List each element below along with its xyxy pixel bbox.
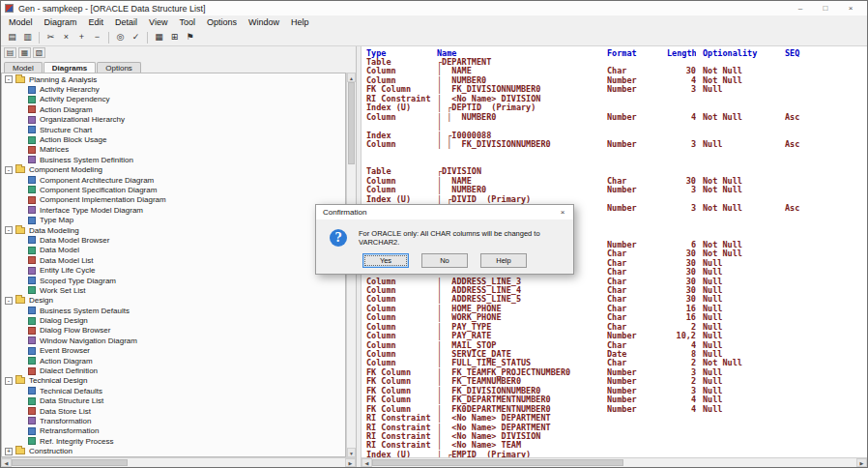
tab-model[interactable]: Model [4,62,43,73]
tree-item-dialect-definition[interactable]: Dialect Definition [2,366,345,375]
expander-icon[interactable]: - [5,75,13,83]
scroll-up-icon[interactable]: ▲ [347,73,356,82]
window-icon[interactable]: ⊞ [167,30,182,44]
dsl-row[interactable]: Index│ ┌I0000088 [362,132,867,140]
scroll-thumb[interactable] [12,459,128,466]
scroll-track[interactable] [372,459,856,466]
dialog-title-bar[interactable]: Confirmation × [316,205,573,219]
dsl-row[interactable]: Table┌DIVISION [362,167,867,176]
yes-button[interactable]: Yes [362,253,409,268]
menu-tool[interactable]: Tool [173,17,201,27]
dsl-row[interactable]: FK Column│ FK0DEPARTMENTNUMBER0Number4Nu… [362,405,867,414]
diagram-grid-icon[interactable]: ▦ [18,47,31,58]
dsl-row[interactable]: │ [362,122,867,131]
tree-item-data-model-list[interactable]: Data Model List [2,255,345,265]
tree-item-component-implementation-diagram[interactable]: Component Implementation Diagram [2,195,345,205]
menu-edit[interactable]: Edit [83,17,110,27]
dsl-row[interactable]: RI Constraint│ <No Name> DIVISION [362,432,867,441]
list-horizontal-scrollbar[interactable]: ◀ ▶ [362,457,867,467]
menu-view[interactable]: View [143,17,173,27]
tab-diagrams[interactable]: Diagrams [43,62,96,73]
check-icon[interactable]: ✓ [129,30,143,44]
expander-icon[interactable]: - [5,377,13,385]
save-icon[interactable]: ▤ [5,30,19,44]
tree-item-activity-dependency[interactable]: Activity Dependency [2,95,345,104]
tree-item-data-structure-list[interactable]: Data Structure List [2,396,345,406]
menu-help[interactable]: Help [285,17,315,27]
expander-icon[interactable]: + [5,448,13,455]
tree-item-data-model[interactable]: Data Model [2,246,345,255]
dialog-close-icon[interactable]: × [552,205,573,219]
tree-horizontal-scrollbar[interactable]: ◀ ▶ [1,457,356,467]
tab-options[interactable]: Options [97,62,141,73]
tree-category-technical-design[interactable]: -Technical Design [2,376,345,386]
maximize-icon[interactable]: □ [813,2,838,15]
tree-item-action-diagram[interactable]: Action Diagram [2,356,345,366]
dsl-row[interactable]: FK Column│ FK_DIVISIONNUMBER0Number3Null [362,85,867,94]
tree-category-design[interactable]: -Design [2,296,345,306]
scroll-right-icon[interactable]: ▶ [345,458,356,467]
tree-item-type-map[interactable]: Type Map [2,215,345,224]
detail-view-icon[interactable]: ▧ [33,47,45,58]
dsl-row[interactable]: Column│ PAY_TYPEChar2Null [362,323,867,332]
help-button[interactable]: Help [480,253,527,268]
expander-icon[interactable]: - [5,166,13,174]
dsl-row[interactable]: Column│ NUMBER0Number3Not Null [362,186,867,194]
expander-icon[interactable]: - [5,226,13,234]
tree-item-entity-life-cycle[interactable]: Entity Life Cycle [2,265,345,275]
dsl-row[interactable]: Column│ FULL_TIME_STATUSChar2Not Null [362,359,867,367]
dsl-row[interactable]: Index (U)│ ┌DEPTID (Primary) [362,103,867,112]
menu-window[interactable]: Window [243,17,285,27]
tree-category-component-modeling[interactable]: -Component Modeling [2,165,345,175]
scroll-down-icon[interactable]: ▼ [347,448,356,457]
dsl-row[interactable]: RI Constraint│ <No Name> DEPARTMENT [362,414,867,423]
tree-item-scoped-type-diagram[interactable]: Scoped Type Diagram [2,276,345,285]
tree-item-technical-defaults[interactable]: Technical Defaults [2,386,345,395]
dsl-row[interactable] [362,159,867,167]
dsl-row[interactable]: FK Column│ FK_DEPARTMENTNUMBER0Number4Nu… [362,395,867,404]
tree-item-event-browser[interactable]: Event Browser [2,346,345,356]
dsl-row[interactable]: Column│ ADDRESS_LINE_4Char30Null [362,286,867,295]
title-bar[interactable]: Gen - sampkeep - [ORACLE Data Structure … [1,1,867,15]
dsl-row[interactable] [362,149,867,158]
tree-item-organizational-hierarchy[interactable]: Organizational Hierarchy [2,115,345,125]
menu-detail[interactable]: Detail [109,17,143,27]
dsl-row[interactable]: RI Constraint│ <No Name> DEPARTMENT [362,424,867,432]
tree-item-data-model-browser[interactable]: Data Model Browser [2,235,345,245]
remove-icon[interactable]: − [90,30,104,44]
tree-item-business-system-definition[interactable]: Business System Definition [2,155,345,164]
dsl-row[interactable]: Column│ NUMBER0Number4Not Null [362,76,867,85]
dsl-row[interactable]: Column│ │ NUMBER0Number4Not NullAsc [362,113,867,122]
scroll-right-icon[interactable]: ▶ [856,458,867,467]
dsl-row[interactable]: Column│ SERVICE_DATEDate8Null [362,350,867,359]
tree-item-work-set-list[interactable]: Work Set List [2,285,345,295]
tree-item-window-navigation-diagram[interactable]: Window Navigation Diagram [2,336,345,345]
tree-item-activity-hierarchy[interactable]: Activity Hierarchy [2,84,345,94]
dsl-row[interactable]: FK Column│ FK_DIVISIONNUMBER0Number3Null [362,387,867,395]
close-icon[interactable]: × [838,2,863,15]
scroll-track[interactable] [12,459,345,466]
cut-icon[interactable]: ✂ [43,30,58,44]
dsl-row[interactable]: Column│ WORK_PHONEChar16Null [362,313,867,322]
minimize-icon[interactable]: – [788,2,813,15]
dsl-row[interactable]: Table┌DEPARTMENT [362,58,867,67]
flag-icon[interactable]: ⚑ [183,30,197,44]
zoom-icon[interactable]: ◎ [113,30,128,44]
dsl-row[interactable]: Column│ HOME_PHONEChar16Null [362,305,867,313]
print-icon[interactable]: ▥ [20,30,35,44]
dsl-row[interactable]: FK Column│ FK_TEAMFK_PROJECTNUMBER0Numbe… [362,368,867,377]
expander-icon[interactable]: - [5,297,13,305]
dsl-row[interactable]: Column│ │ FK_DIVISIONNUMBER0Number3NullA… [362,140,867,149]
dsl-row[interactable]: Column│ NAMEChar30Not Null [362,67,867,75]
scroll-left-icon[interactable]: ◀ [362,458,372,467]
tree-item-structure-chart[interactable]: Structure Chart [2,125,345,134]
dsl-row[interactable]: Column│ ADDRESS_LINE_5Char30Null [362,295,867,304]
tree-item-interface-type-model-diagram[interactable]: Interface Type Model Diagram [2,205,345,215]
dsl-row[interactable]: Column│ MAIL_STOPChar4Null [362,341,867,350]
tree-item-component-architecture-diagram[interactable]: Component Architecture Diagram [2,175,345,185]
tree-item-component-specification-diagram[interactable]: Component Specification Diagram [2,185,345,194]
tree-item-ref-integrity-process[interactable]: Ref. Integrity Process [2,436,345,446]
tree-category-construction[interactable]: +Construction [2,446,345,455]
tree-item-action-diagram[interactable]: Action Diagram [2,104,345,114]
dsl-row[interactable]: Index (U)│ ┌EMPID (Primary) [362,451,867,457]
